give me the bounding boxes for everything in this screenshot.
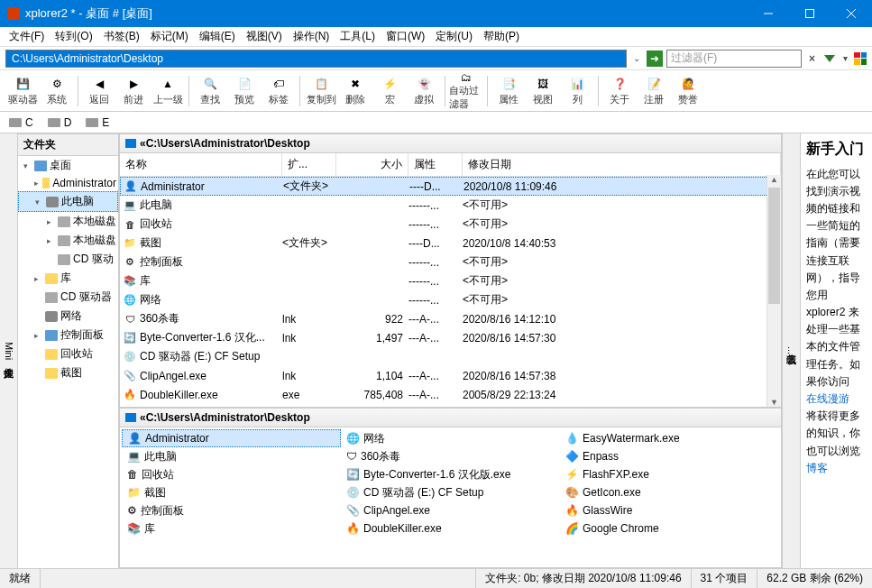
color-grid-icon[interactable] [854,52,867,65]
menu-item[interactable]: 转到(O) [50,27,97,46]
tree-node[interactable]: 回收站 [18,345,118,363]
list-row[interactable]: 🔄Byte-Converter-1.6 汉化...lnk1,497---A-..… [120,328,781,347]
expand-icon[interactable]: ▾ [23,161,32,170]
expand-icon[interactable] [47,255,55,263]
toolbar-button[interactable]: 📝注册 [637,72,671,110]
column-headers[interactable]: 名称 扩... 大小 属性 修改日期 [120,153,781,177]
clear-filter-icon[interactable]: × [805,52,819,65]
expand-icon[interactable] [34,369,42,377]
help-link1[interactable]: 在线漫游 [806,390,867,408]
icon-item[interactable]: 💧EasyWatermark.exe [560,429,779,447]
list-row[interactable]: 📎ClipAngel.exelnk1,104---A-...2020/8/16 … [120,366,781,385]
toolbar-button[interactable]: 🔍查找 [193,72,227,110]
tree-node[interactable]: 截图 [18,363,118,382]
scroll-thumb[interactable] [768,188,780,304]
pane1-header[interactable]: «C:\Users\Administrator\Desktop [119,133,782,153]
minimize-button[interactable] [748,0,789,27]
icon-item[interactable]: 🗑回收站 [122,465,341,483]
list-row[interactable]: 🛡360杀毒lnk922---A-...2020/8/16 14:12:10 [120,309,781,328]
funnel-dropdown-icon[interactable]: ▾ [840,53,850,63]
go-button[interactable]: ➜ [647,51,663,67]
icon-item[interactable]: 👤Administrator [122,429,341,447]
col-size[interactable]: 大小 [336,153,408,176]
toolbar-button[interactable]: 👻虚拟 [407,72,441,110]
filter-input[interactable]: 过滤器(F) [666,50,802,68]
menu-item[interactable]: 视图(V) [241,27,288,46]
icon-item[interactable]: 🌈Google Chrome [560,519,779,537]
toolbar-button[interactable]: 🗂自动过滤器 [449,72,483,110]
icon-item[interactable]: 🌐网络 [341,429,560,447]
toolbar-button[interactable]: 📊列 [560,72,594,110]
toolbar-button[interactable]: ▲上一级 [151,72,185,110]
col-ext[interactable]: 扩... [282,153,336,176]
icon-item[interactable]: 🛡360杀毒 [341,447,560,465]
toolbar-button[interactable]: ❓关于 [602,72,637,110]
list-row[interactable]: 📁截图<文件夹>----D...2020/10/8 14:40:53 [120,234,781,253]
menu-item[interactable]: 书签(B) [98,27,145,46]
list-row[interactable]: 💧EasyWatermark.exeexe737---A-2020/8/22 1… [120,404,781,407]
tree-node[interactable]: CD 驱动 [18,250,118,269]
expand-icon[interactable] [34,350,42,358]
toolbar-button[interactable]: ▶前进 [116,72,151,110]
menu-item[interactable]: 工具(L) [335,27,381,46]
tree-node[interactable]: ▸本地磁盘 [18,231,118,250]
drive-button[interactable]: D [48,116,72,129]
toolbar-button[interactable]: 🏷标签 [262,72,296,110]
funnel-icon[interactable] [824,55,835,62]
toolbar-button[interactable]: ⚡宏 [372,72,407,110]
menu-item[interactable]: 窗口(W) [381,27,430,46]
expand-icon[interactable]: ▸ [47,236,55,244]
tree-node[interactable]: ▸本地磁盘 [18,212,118,231]
expand-icon[interactable]: ▸ [34,274,42,282]
tree-node[interactable]: ▾桌面 [18,156,118,175]
icon-item[interactable]: 📚库 [122,519,341,537]
menu-item[interactable]: 定制(U) [430,27,478,46]
icon-item[interactable]: ⚙控制面板 [122,501,341,519]
icon-item[interactable]: 💿CD 驱动器 (E:) CF Setup [341,483,560,501]
toolbar-button[interactable]: 💾驱动器 [5,72,40,110]
icon-item[interactable]: 🔥DoubleKiller.exe [341,519,560,537]
drive-button[interactable]: C [9,116,33,129]
icon-item[interactable]: 🔷Enpass [560,447,779,465]
help-link2[interactable]: 博客 [806,462,828,474]
expand-icon[interactable]: ▸ [34,179,40,188]
list-row[interactable]: ⚙控制面板------...<不可用> [120,253,781,271]
icon-item[interactable]: 🔄Byte-Converter-1.6 汉化版.exe [341,465,560,483]
col-date[interactable]: 修改日期 [463,153,781,176]
toolbar-button[interactable]: 📄预览 [227,72,262,110]
scrollbar[interactable] [766,175,781,407]
tree-node[interactable]: ▸控制面板 [18,326,118,345]
toolbar-button[interactable]: 🖼视图 [526,72,560,110]
tree-node[interactable]: ▾此电脑 [18,191,118,212]
menu-item[interactable]: 标记(M) [145,27,194,46]
expand-icon[interactable] [34,312,42,320]
icon-item[interactable]: 📁截图 [122,483,341,501]
menu-item[interactable]: 编辑(E) [194,27,241,46]
toolbar-button[interactable]: 📑属性 [491,72,526,110]
list-row[interactable]: 👤Administrator<文件夹>----D...2020/10/8 11:… [120,177,781,196]
icon-item[interactable]: 📎ClipAngel.exe [341,501,560,519]
list-row[interactable]: 🗑回收站------...<不可用> [120,215,781,234]
expand-icon[interactable] [34,293,42,301]
toolbar-button[interactable]: ⚙系统 [40,72,74,110]
toolbar-button[interactable]: 📋复制到 [304,72,338,110]
icon-item[interactable]: 🎨GetIcon.exe [560,483,779,501]
tree-node[interactable]: ▸库 [18,269,118,288]
expand-icon[interactable]: ▸ [47,217,55,225]
col-name[interactable]: 名称 [120,153,282,176]
pane2-header[interactable]: «C:\Users\Administrator\Desktop [119,408,782,427]
left-sidetab[interactable]: Mini虚拟文件夹 [0,133,18,568]
menu-item[interactable]: 操作(N) [288,27,335,46]
maximize-button[interactable] [789,0,831,27]
list-row[interactable]: 📚库------...<不可用> [120,271,781,290]
toolbar-button[interactable]: ◀返回 [82,72,116,110]
expand-icon[interactable]: ▸ [34,331,42,339]
icon-item[interactable]: ⚡FlashFXP.exe [560,465,779,483]
tree-node[interactable]: ▸Administrator [18,175,118,191]
expand-icon[interactable]: ▾ [35,198,43,206]
icon-item[interactable]: 🔥GlassWire [560,501,779,519]
address-input[interactable]: C:\Users\Administrator\Desktop [5,50,627,68]
toolbar-button[interactable]: ✖删除 [338,72,372,110]
address-dropdown-icon[interactable]: ⌄ [630,53,643,63]
tree-node[interactable]: CD 驱动器 [18,288,118,307]
